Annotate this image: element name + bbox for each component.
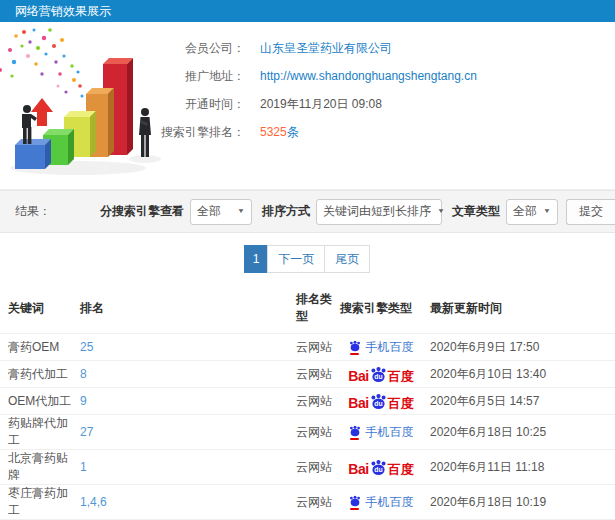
engine-select-value: 全部 bbox=[197, 203, 221, 220]
engine-type-cell: Baidu百度 bbox=[338, 361, 424, 388]
rank-link[interactable]: 27 bbox=[80, 425, 93, 439]
article-type-select[interactable]: 全部 ▼ bbox=[506, 199, 558, 225]
page-current[interactable]: 1 bbox=[244, 245, 269, 273]
info-row: 推广地址：http://www.shandonghuangshengtang.c… bbox=[150, 62, 590, 90]
rank-link[interactable]: 8 bbox=[80, 367, 87, 381]
page-next-button[interactable]: 下一页 bbox=[267, 245, 325, 273]
info-value-link[interactable]: http://www.shandonghuangshengtang.cn bbox=[260, 69, 477, 83]
engine-select[interactable]: 全部 ▼ bbox=[190, 199, 252, 225]
submit-button[interactable]: 提交 bbox=[566, 199, 615, 225]
sort-select[interactable]: 关键词由短到长排序 ▼ bbox=[316, 199, 442, 225]
ranking-count: 5325 bbox=[260, 125, 287, 139]
mobile-baidu-icon bbox=[349, 340, 361, 355]
baidu-mobile-logo: 手机百度 bbox=[349, 425, 414, 440]
baidu-paw-icon bbox=[349, 425, 361, 437]
rank-type-cell: 云网站 bbox=[288, 485, 338, 520]
info-row: 会员公司：山东皇圣堂药业有限公司 bbox=[150, 34, 590, 62]
results-table: 关键词排名排名类型搜索引擎类型最新更新时间 膏药OEM25云网站手机百度2020… bbox=[0, 283, 615, 520]
rank-type-cell: 云网站 bbox=[288, 388, 338, 415]
update-time-cell: 2020年6月9日 17:50 bbox=[424, 334, 615, 361]
table-row: 药贴牌代加工27云网站手机百度2020年6月18日 10:25 bbox=[0, 415, 615, 450]
keyword-cell: 枣庄膏药加工 bbox=[0, 485, 72, 520]
keyword-cell: 膏药代加工 bbox=[0, 361, 72, 388]
update-time-cell: 2020年6月18日 10:19 bbox=[424, 485, 615, 520]
header-section: 会员公司：山东皇圣堂药业有限公司推广地址：http://www.shandong… bbox=[0, 22, 615, 190]
baidu-paw-icon bbox=[349, 340, 361, 352]
titlebar: 网络营销效果展示 bbox=[0, 0, 615, 22]
chevron-down-icon: ▼ bbox=[437, 208, 445, 215]
table-row: 枣庄膏药加工1,4,6云网站手机百度2020年6月18日 10:19 bbox=[0, 485, 615, 520]
ranking-count-unit: 条 bbox=[287, 125, 299, 139]
article-type-label: 文章类型 bbox=[452, 203, 500, 220]
sort-filter-label: 排序方式 bbox=[262, 203, 310, 220]
baidu-logo-bai: Bai bbox=[348, 369, 368, 383]
info-label: 会员公司： bbox=[150, 40, 245, 57]
info-value-link[interactable]: 山东皇圣堂药业有限公司 bbox=[260, 40, 392, 57]
baidu-logo-bai: Bai bbox=[348, 396, 368, 410]
chevron-down-icon: ▼ bbox=[237, 208, 245, 215]
column-header: 关键词 bbox=[0, 283, 72, 334]
chevron-down-icon: ▼ bbox=[543, 208, 551, 215]
rank-link[interactable]: 25 bbox=[80, 340, 93, 354]
keyword-cell: OEM代加工 bbox=[0, 388, 72, 415]
keyword-cell: 药贴牌代加工 bbox=[0, 415, 72, 450]
update-time-cell: 2020年6月18日 10:25 bbox=[424, 415, 615, 450]
info-row: 开通时间：2019年11月20日 09:08 bbox=[150, 90, 590, 118]
filter-bar: 结果： 分搜索引擎查看 全部 ▼ 排序方式 关键词由短到长排序 ▼ 文章类型 全… bbox=[0, 190, 615, 233]
baidu-mobile-logo: 手机百度 bbox=[349, 340, 414, 355]
mobile-baidu-label: 手机百度 bbox=[366, 496, 414, 508]
mobile-baidu-label: 手机百度 bbox=[366, 341, 414, 353]
table-body: 膏药OEM25云网站手机百度2020年6月9日 17:50膏药代加工8云网站Ba… bbox=[0, 334, 615, 520]
engine-type-cell: 手机百度 bbox=[338, 485, 424, 520]
mobile-baidu-icon bbox=[349, 425, 361, 440]
rank-cell: 8 bbox=[72, 361, 288, 388]
column-header: 排名 bbox=[72, 283, 288, 334]
table-header: 关键词排名排名类型搜索引擎类型最新更新时间 bbox=[0, 283, 615, 334]
column-header: 最新更新时间 bbox=[424, 283, 615, 334]
baidu-logo-cn: 百度 bbox=[388, 397, 414, 410]
engine-type-cell: Baidu百度 bbox=[338, 388, 424, 415]
page-title: 网络营销效果展示 bbox=[15, 4, 111, 18]
baidu-mobile-logo: 手机百度 bbox=[349, 495, 414, 510]
update-time-cell: 2020年6月10日 13:40 bbox=[424, 361, 615, 388]
baidu-paw-icon bbox=[349, 495, 361, 507]
rank-link[interactable]: 9 bbox=[80, 394, 87, 408]
filter-controls: 分搜索引擎查看 全部 ▼ 排序方式 关键词由短到长排序 ▼ 文章类型 全部 ▼ … bbox=[90, 199, 615, 225]
rank-cell: 9 bbox=[72, 388, 288, 415]
info-label: 开通时间： bbox=[150, 96, 245, 113]
update-time-cell: 2020年6月5日 14:57 bbox=[424, 388, 615, 415]
rank-cell: 1,4,6 bbox=[72, 485, 288, 520]
table-row: 北京膏药贴牌1云网站Baidu百度2020年6月11日 11:18 bbox=[0, 450, 615, 485]
confetti-dots bbox=[0, 28, 84, 97]
engine-type-cell: 手机百度 bbox=[338, 334, 424, 361]
info-label: 搜索引擎排名： bbox=[150, 124, 245, 141]
rank-cell: 27 bbox=[72, 415, 288, 450]
table-row: OEM代加工9云网站Baidu百度2020年6月5日 14:57 bbox=[0, 388, 615, 415]
baidu-paw-icon: du bbox=[370, 366, 387, 383]
engine-type-cell: 手机百度 bbox=[338, 415, 424, 450]
baidu-logo-cn: 百度 bbox=[388, 370, 414, 383]
rank-cell: 25 bbox=[72, 334, 288, 361]
info-value: 5325条 bbox=[260, 124, 299, 141]
baidu-logo-cn: 百度 bbox=[388, 463, 414, 476]
page-last-button[interactable]: 尾页 bbox=[324, 245, 370, 273]
mobile-baidu-label: 手机百度 bbox=[366, 426, 414, 438]
rank-link[interactable]: 1 bbox=[80, 460, 87, 474]
pagination: 1 下一页 尾页 bbox=[0, 233, 615, 283]
rank-link[interactable]: 1,4,6 bbox=[80, 495, 107, 509]
rank-cell: 1 bbox=[72, 450, 288, 485]
baidu-pc-logo: Baidu百度 bbox=[348, 457, 413, 476]
baidu-pc-logo: Baidu百度 bbox=[348, 364, 413, 383]
rank-type-cell: 云网站 bbox=[288, 415, 338, 450]
svg-text:du: du bbox=[374, 466, 382, 473]
sort-select-value: 关键词由短到长排序 bbox=[323, 203, 431, 220]
update-time-cell: 2020年6月11日 11:18 bbox=[424, 450, 615, 485]
result-label: 结果： bbox=[15, 203, 51, 220]
article-type-select-value: 全部 bbox=[513, 203, 537, 220]
page: 网络营销效果展示 bbox=[0, 0, 615, 520]
baidu-paw-icon: du bbox=[370, 393, 387, 410]
table-row: 膏药代加工8云网站Baidu百度2020年6月10日 13:40 bbox=[0, 361, 615, 388]
column-header: 搜索引擎类型 bbox=[338, 283, 424, 334]
rank-type-cell: 云网站 bbox=[288, 450, 338, 485]
baidu-logo-bai: Bai bbox=[348, 462, 368, 476]
